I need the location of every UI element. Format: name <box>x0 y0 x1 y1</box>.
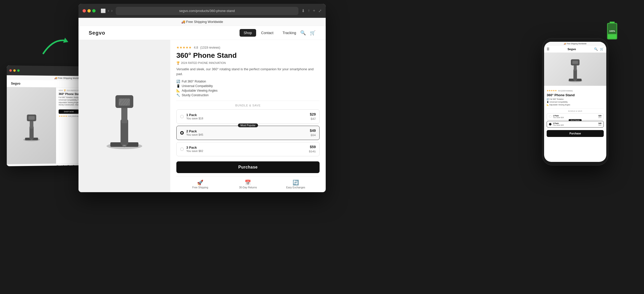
phone-bundle-section: BUNDLE & SAVE 1 Pack You save $18 $29 $4… <box>547 108 604 137</box>
trust-shipping: 🚀 Free Shipping <box>176 179 224 189</box>
phone-announcement-text: 🚚 Free Shipping Worldwide <box>564 43 586 45</box>
phone-search-icon[interactable]: 🔍 <box>594 47 598 51</box>
add-tab-icon[interactable]: + <box>313 8 315 13</box>
sidebar-icon[interactable]: ⬜ <box>101 8 106 13</box>
product-details: ★★★★★ 4.8 (1319 reviews) 360° Phone Stan… <box>170 40 326 192</box>
bundle-original-3pack: $141 <box>309 150 316 153</box>
bundle-option-3pack[interactable]: 3 Pack You save $82 $59 $141 <box>176 142 320 156</box>
product-image-area <box>78 40 170 192</box>
bundle-name-3pack: 3 Pack <box>186 146 309 149</box>
svg-rect-30 <box>608 34 616 39</box>
product-stand-svg <box>96 81 152 152</box>
small-close-button[interactable] <box>9 69 12 72</box>
phone-rating-text: 4.8 (1319 reviews) <box>558 90 573 92</box>
trust-exchanges: 🔄 Easy Exchanges <box>272 179 320 189</box>
product-layout: ★★★★★ 4.8 (1319 reviews) 360° Phone Stan… <box>78 40 326 192</box>
nav-tracking[interactable]: Tracking <box>279 29 300 37</box>
small-minimize-button[interactable] <box>13 69 16 72</box>
fullscreen-icon[interactable]: ⤢ <box>318 8 322 13</box>
bundle-name-1pack: 1 Pack <box>186 113 310 117</box>
badge-emoji: 🏆 <box>176 61 180 65</box>
rating-value: 4.8 <box>194 46 198 49</box>
maximize-button[interactable] <box>92 9 96 12</box>
download-icon[interactable]: ⬇ <box>301 8 305 13</box>
close-button[interactable] <box>83 9 86 12</box>
product-rating: ★★★★★ 4.8 (1319 reviews) <box>176 45 320 50</box>
nav-links: Shop Contact Tracking <box>240 29 300 37</box>
product-badge: 🏆 2024 RATED PHONE INNOVATION <box>176 61 320 65</box>
bundle-section: BUNDLE & SAVE 1 Pack You save $18 $29 $4… <box>176 101 320 189</box>
url-text: segvo.com/products/360-phone-stand <box>179 9 235 13</box>
returns-label: 30-Day Returns <box>224 186 272 189</box>
nav-shop[interactable]: Shop <box>240 29 256 37</box>
small-traffic-lights <box>9 69 20 72</box>
announcement-text: 🚚 Free Shipping Worldwide <box>181 20 223 24</box>
bundle-price-2pack: $49 <box>310 129 316 133</box>
store-header: Segvo Shop Contact Tracking 🔍 🛒 <box>78 26 326 40</box>
bundle-original-1pack: $47 <box>311 117 316 121</box>
browser-nav-icons: ⬜ ‹ › <box>101 8 113 13</box>
bundle-option-2pack[interactable]: Most Popular 2 Pack You save $45 $49 $94 <box>176 126 320 140</box>
small-maximize-button[interactable] <box>17 69 20 72</box>
share-icon[interactable]: ↑ <box>308 8 310 13</box>
phone-device: 🚚 Free Shipping Worldwide ☰ Segvo 🔍 🛒 <box>542 38 608 165</box>
cart-icon[interactable]: 🛒 <box>310 30 316 36</box>
phone-radio-2pack[interactable] <box>549 123 551 125</box>
phone-menu-icon[interactable]: ☰ <box>547 47 549 51</box>
svg-rect-19 <box>29 116 35 120</box>
browser-chrome: ⬜ ‹ › segvo.com/products/360-phone-stand… <box>78 4 326 18</box>
announcement-bar: 🚚 Free Shipping Worldwide <box>78 18 326 26</box>
bundle-savings-3pack: You save $82 <box>186 149 309 152</box>
bundle-price-1pack: $29 <box>310 112 316 116</box>
phone-most-popular: Most Popular <box>569 119 582 121</box>
bundle-savings-1pack: You save $18 <box>186 117 310 120</box>
phone-title: 360° Phone Stand <box>547 93 604 97</box>
bundle-name-2pack: 2 Pack <box>186 129 310 133</box>
trust-badges: 🚀 Free Shipping 📅 30-Day Returns 🔄 Easy … <box>176 176 320 189</box>
forward-icon[interactable]: › <box>111 8 112 13</box>
main-browser-window: ⬜ ‹ › segvo.com/products/360-phone-stand… <box>78 4 326 192</box>
svg-rect-26 <box>572 61 578 64</box>
feature-rotation: 🔄Full 360° Rotation <box>176 79 320 84</box>
rating-stars: ★★★★★ <box>176 46 192 49</box>
purchase-button[interactable]: Purchase <box>176 161 320 173</box>
phone-purchase-button[interactable]: Purchase <box>547 130 604 137</box>
phone-logo: Segvo <box>549 48 594 51</box>
phone-announcement: 🚚 Free Shipping Worldwide <box>544 42 606 46</box>
store-logo: Segvo <box>89 30 240 36</box>
nav-contact[interactable]: Contact <box>257 29 278 37</box>
phone-rating: ★★★★★ 4.8 (1319 reviews) <box>547 88 604 92</box>
battery-indicator: 100% <box>606 20 619 42</box>
product-features: 🔄Full 360° Rotation 📱Universal Compatibi… <box>176 79 320 97</box>
bundle-price-3pack: $59 <box>309 145 316 149</box>
bundle-radio-3pack[interactable] <box>180 147 184 151</box>
back-icon[interactable]: ‹ <box>108 8 109 13</box>
bundle-original-2pack: $94 <box>311 133 316 137</box>
decorative-arrow <box>41 33 71 59</box>
svg-rect-31 <box>608 24 616 34</box>
bundle-radio-1pack[interactable] <box>180 115 184 118</box>
phone-features: 🔄 Full 360° Rotation 📱 Universal Compati… <box>547 98 604 106</box>
bundle-title: BUNDLE & SAVE <box>176 104 320 107</box>
phone-cart-icon[interactable]: 🛒 <box>600 47 604 51</box>
bundle-option-1pack[interactable]: 1 Pack You save $18 $29 $47 <box>176 109 320 124</box>
store-website: 🚚 Free Shipping Worldwide Segvo Shop Con… <box>78 18 326 192</box>
most-popular-badge: Most Popular <box>238 123 258 127</box>
phone-content: ★★★★★ 4.8 (1319 reviews) 360° Phone Stan… <box>544 86 606 139</box>
phone-screen: 🚚 Free Shipping Worldwide ☰ Segvo 🔍 🛒 <box>544 42 606 162</box>
rating-count: (1319 reviews) <box>200 46 220 49</box>
exchanges-icon: 🔄 <box>272 179 320 186</box>
search-icon[interactable]: 🔍 <box>300 30 306 36</box>
product-title: 360° Phone Stand <box>176 51 320 60</box>
url-bar[interactable]: segvo.com/products/360-phone-stand <box>116 7 298 15</box>
feature-construction: 🔧Sturdy Construction <box>176 93 320 97</box>
phone-radio-1pack[interactable] <box>549 115 551 118</box>
minimize-button[interactable] <box>87 9 91 12</box>
returns-icon: 📅 <box>224 179 272 186</box>
bundle-savings-2pack: You save $45 <box>186 133 310 136</box>
small-shop-btn[interactable]: SHOP NOW <box>59 109 79 114</box>
trust-returns: 📅 30-Day Returns <box>224 179 272 189</box>
bundle-radio-2pack[interactable] <box>180 131 184 135</box>
phone-bundle-2pack[interactable]: Most Popular 2 Pack You save $45 $49 $94 <box>547 121 604 128</box>
header-icons: 🔍 🛒 <box>300 30 316 36</box>
